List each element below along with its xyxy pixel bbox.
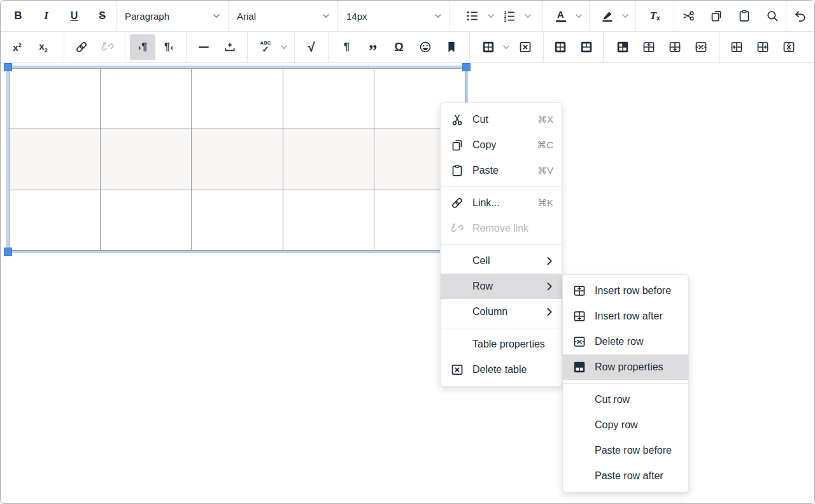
emoji-button[interactable] [413,34,438,60]
strikethrough-button[interactable]: S [89,3,116,29]
menu-item-remove-link[interactable]: Remove link [441,216,562,241]
row-submenu: Insert row before Insert row after Delet… [562,274,689,493]
blockquote-button[interactable]: ” [360,34,386,60]
table-cell[interactable] [101,129,191,189]
paragraph-style-value: Paragraph [125,11,169,22]
insert-column-before-icon [730,40,744,54]
italic-button[interactable]: I [32,3,60,29]
table-properties-button[interactable] [548,34,573,60]
table-cell[interactable] [192,69,282,129]
menu-item-paste-row-after[interactable]: Paste row after [563,463,688,489]
insert-row-after-button[interactable] [662,34,688,60]
anchor-button[interactable] [439,34,464,60]
menu-item-cut[interactable]: Cut ⌘X [441,107,562,132]
rtl-direction-button[interactable]: ¶‹ [156,34,181,60]
link-icon [74,40,89,54]
bold-button[interactable]: B [4,3,32,29]
menu-item-cell[interactable]: Cell [441,248,562,274]
column-actions-group [720,32,814,62]
menu-item-table-properties[interactable]: Table properties [441,332,562,357]
table-insert-group [470,32,544,62]
spellcheck-split-button[interactable]: ABC✓ [253,34,289,60]
formula-button[interactable]: √ [299,34,324,60]
chevron-down-icon [434,12,442,20]
menu-item-delete-table[interactable]: Delete table [441,357,562,382]
menu-item-cut-row[interactable]: Cut row [563,387,688,412]
menu-item-delete-row[interactable]: Delete row [563,329,688,354]
undo-button[interactable] [787,3,814,29]
menu-item-paste[interactable]: Paste ⌘V [441,158,562,183]
insert-link-button[interactable] [69,34,94,60]
menu-item-link[interactable]: Link... ⌘K [441,190,562,216]
paste-button[interactable] [730,3,758,29]
clipboard-icon [450,164,465,178]
menu-item-insert-row-after[interactable]: Insert row after [563,304,688,329]
delete-column-button[interactable] [776,34,802,60]
menu-item-row-properties[interactable]: Row properties [563,354,688,380]
toolbar-row-1: B I U S Paragraph Arial 14px [1,1,814,32]
table-resize-handle-top-right[interactable] [462,63,471,71]
chevron-down-icon[interactable] [620,12,631,20]
chevron-down-icon[interactable] [485,12,496,20]
table-resize-handle-top-left[interactable] [4,63,12,71]
table-cell[interactable] [192,190,282,250]
insert-column-after-button[interactable] [750,34,776,60]
table-cell[interactable] [101,190,191,250]
table-cell[interactable] [283,69,374,129]
clear-formatting-button[interactable]: Tx [641,3,669,29]
merge-cells-button[interactable] [574,34,599,60]
special-character-button[interactable]: Ω [386,34,412,60]
search-button[interactable] [758,3,786,29]
menu-item-paste-row-before[interactable]: Paste row before [563,438,688,463]
numbered-list-split-button[interactable] [497,3,533,29]
omega-icon: Ω [394,41,403,54]
chevron-down-icon[interactable] [501,43,512,51]
table-resize-handle-bottom-left[interactable] [4,248,12,256]
subscript-button[interactable]: x2 [31,34,56,60]
paragraph-mark-button[interactable]: ¶ [334,34,360,60]
chevron-down-icon[interactable] [278,43,289,51]
editor-content-area[interactable] [1,63,814,502]
delete-row-button[interactable] [688,34,714,60]
table-cell[interactable] [283,190,374,250]
table-cell[interactable] [10,190,100,250]
chevron-down-icon[interactable] [574,12,585,20]
copy-icon [450,138,465,152]
cut-button[interactable] [674,3,702,29]
table-cell[interactable] [192,129,282,189]
scissors-icon [450,113,465,127]
table-cell[interactable] [10,129,100,189]
menu-item-row[interactable]: Row [441,274,562,299]
page-break-button[interactable] [217,34,243,60]
table-cell[interactable] [101,69,191,129]
remove-link-button[interactable] [95,34,120,60]
highlight-color-split-button[interactable] [595,3,631,29]
insert-column-before-button[interactable] [724,34,749,60]
menu-item-copy[interactable]: Copy ⌘C [441,132,562,158]
superscript-icon: x2 [13,42,21,53]
cell-properties-button[interactable] [610,34,635,60]
chevron-down-icon[interactable] [522,12,533,20]
menu-item-insert-row-before[interactable]: Insert row before [563,278,688,304]
italic-label: I [44,10,48,22]
bullet-list-split-button[interactable] [460,3,496,29]
text-color-group: A [543,1,590,31]
font-size-select[interactable]: 14px [338,3,450,29]
table-cell[interactable] [10,69,100,129]
font-family-select[interactable]: Arial [229,3,337,29]
menu-item-copy-row[interactable]: Copy row [563,412,688,438]
underline-button[interactable]: U [60,3,88,29]
menu-item-column[interactable]: Column [441,299,562,325]
table-cell[interactable] [283,129,374,189]
paragraph-style-select[interactable]: Paragraph [117,3,228,29]
copy-button[interactable] [702,3,730,29]
insert-table-split-button[interactable] [476,34,512,60]
insert-row-before-button[interactable] [636,34,662,60]
insert-row-before-icon [642,40,656,54]
delete-table-button[interactable] [513,34,538,60]
horizontal-rule-button[interactable] [191,34,216,60]
superscript-button[interactable]: x2 [4,34,30,60]
ltr-direction-button[interactable]: ›¶ [130,34,155,60]
insert-symbol-group: ¶ ” Ω [329,32,470,62]
text-color-split-button[interactable]: A [548,3,585,29]
